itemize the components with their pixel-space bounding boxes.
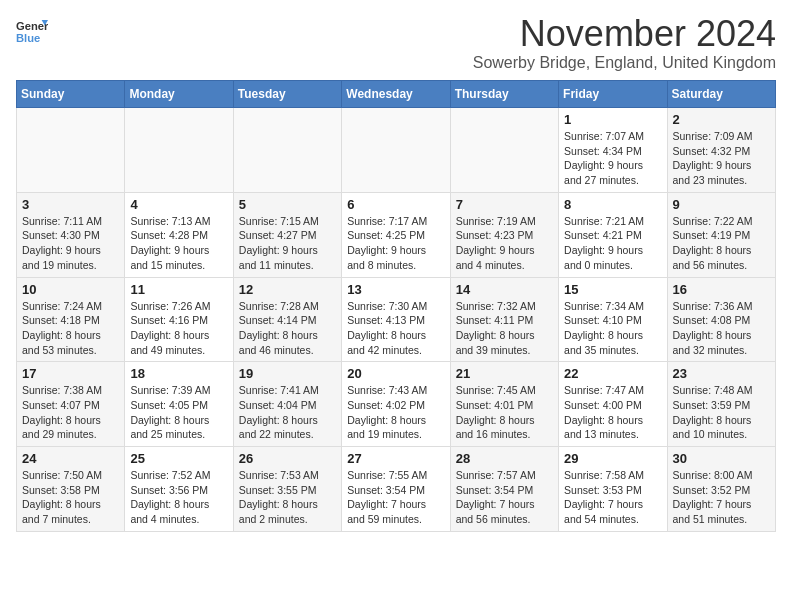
day-info: Sunrise: 7:58 AM Sunset: 3:53 PM Dayligh… bbox=[564, 468, 661, 527]
day-number: 15 bbox=[564, 282, 661, 297]
day-number: 20 bbox=[347, 366, 444, 381]
day-number: 6 bbox=[347, 197, 444, 212]
calendar-week-1: 1Sunrise: 7:07 AM Sunset: 4:34 PM Daylig… bbox=[17, 108, 776, 193]
day-number: 12 bbox=[239, 282, 336, 297]
calendar-cell: 24Sunrise: 7:50 AM Sunset: 3:58 PM Dayli… bbox=[17, 447, 125, 532]
day-info: Sunrise: 7:09 AM Sunset: 4:32 PM Dayligh… bbox=[673, 129, 770, 188]
day-number: 28 bbox=[456, 451, 553, 466]
calendar-cell: 4Sunrise: 7:13 AM Sunset: 4:28 PM Daylig… bbox=[125, 192, 233, 277]
day-info: Sunrise: 7:41 AM Sunset: 4:04 PM Dayligh… bbox=[239, 383, 336, 442]
calendar-cell bbox=[233, 108, 341, 193]
day-info: Sunrise: 7:30 AM Sunset: 4:13 PM Dayligh… bbox=[347, 299, 444, 358]
day-number: 4 bbox=[130, 197, 227, 212]
day-info: Sunrise: 7:21 AM Sunset: 4:21 PM Dayligh… bbox=[564, 214, 661, 273]
day-number: 16 bbox=[673, 282, 770, 297]
day-number: 2 bbox=[673, 112, 770, 127]
svg-text:Blue: Blue bbox=[16, 32, 40, 44]
day-info: Sunrise: 8:00 AM Sunset: 3:52 PM Dayligh… bbox=[673, 468, 770, 527]
calendar-cell: 25Sunrise: 7:52 AM Sunset: 3:56 PM Dayli… bbox=[125, 447, 233, 532]
calendar-table: Sunday Monday Tuesday Wednesday Thursday… bbox=[16, 80, 776, 532]
day-number: 9 bbox=[673, 197, 770, 212]
day-number: 8 bbox=[564, 197, 661, 212]
day-number: 3 bbox=[22, 197, 119, 212]
day-info: Sunrise: 7:38 AM Sunset: 4:07 PM Dayligh… bbox=[22, 383, 119, 442]
calendar-header: Sunday Monday Tuesday Wednesday Thursday… bbox=[17, 81, 776, 108]
day-info: Sunrise: 7:28 AM Sunset: 4:14 PM Dayligh… bbox=[239, 299, 336, 358]
calendar-cell: 14Sunrise: 7:32 AM Sunset: 4:11 PM Dayli… bbox=[450, 277, 558, 362]
col-friday: Friday bbox=[559, 81, 667, 108]
page-header: General Blue November 2024 Sowerby Bridg… bbox=[16, 16, 776, 72]
day-info: Sunrise: 7:22 AM Sunset: 4:19 PM Dayligh… bbox=[673, 214, 770, 273]
calendar-cell: 15Sunrise: 7:34 AM Sunset: 4:10 PM Dayli… bbox=[559, 277, 667, 362]
day-info: Sunrise: 7:17 AM Sunset: 4:25 PM Dayligh… bbox=[347, 214, 444, 273]
calendar-cell: 12Sunrise: 7:28 AM Sunset: 4:14 PM Dayli… bbox=[233, 277, 341, 362]
calendar-cell: 19Sunrise: 7:41 AM Sunset: 4:04 PM Dayli… bbox=[233, 362, 341, 447]
day-number: 10 bbox=[22, 282, 119, 297]
title-block: November 2024 Sowerby Bridge, England, U… bbox=[473, 16, 776, 72]
month-title: November 2024 bbox=[473, 16, 776, 52]
day-info: Sunrise: 7:55 AM Sunset: 3:54 PM Dayligh… bbox=[347, 468, 444, 527]
day-info: Sunrise: 7:57 AM Sunset: 3:54 PM Dayligh… bbox=[456, 468, 553, 527]
calendar-cell: 11Sunrise: 7:26 AM Sunset: 4:16 PM Dayli… bbox=[125, 277, 233, 362]
calendar-cell: 30Sunrise: 8:00 AM Sunset: 3:52 PM Dayli… bbox=[667, 447, 775, 532]
calendar-cell: 23Sunrise: 7:48 AM Sunset: 3:59 PM Dayli… bbox=[667, 362, 775, 447]
day-number: 18 bbox=[130, 366, 227, 381]
logo-icon: General Blue bbox=[16, 16, 48, 48]
day-number: 19 bbox=[239, 366, 336, 381]
calendar-cell: 6Sunrise: 7:17 AM Sunset: 4:25 PM Daylig… bbox=[342, 192, 450, 277]
day-info: Sunrise: 7:36 AM Sunset: 4:08 PM Dayligh… bbox=[673, 299, 770, 358]
calendar-cell: 27Sunrise: 7:55 AM Sunset: 3:54 PM Dayli… bbox=[342, 447, 450, 532]
day-info: Sunrise: 7:34 AM Sunset: 4:10 PM Dayligh… bbox=[564, 299, 661, 358]
day-info: Sunrise: 7:39 AM Sunset: 4:05 PM Dayligh… bbox=[130, 383, 227, 442]
calendar-cell: 21Sunrise: 7:45 AM Sunset: 4:01 PM Dayli… bbox=[450, 362, 558, 447]
calendar-week-3: 10Sunrise: 7:24 AM Sunset: 4:18 PM Dayli… bbox=[17, 277, 776, 362]
logo: General Blue bbox=[16, 16, 48, 48]
calendar-cell: 8Sunrise: 7:21 AM Sunset: 4:21 PM Daylig… bbox=[559, 192, 667, 277]
calendar-cell: 2Sunrise: 7:09 AM Sunset: 4:32 PM Daylig… bbox=[667, 108, 775, 193]
day-number: 17 bbox=[22, 366, 119, 381]
col-thursday: Thursday bbox=[450, 81, 558, 108]
calendar-cell: 18Sunrise: 7:39 AM Sunset: 4:05 PM Dayli… bbox=[125, 362, 233, 447]
col-monday: Monday bbox=[125, 81, 233, 108]
day-number: 21 bbox=[456, 366, 553, 381]
day-info: Sunrise: 7:07 AM Sunset: 4:34 PM Dayligh… bbox=[564, 129, 661, 188]
col-saturday: Saturday bbox=[667, 81, 775, 108]
day-info: Sunrise: 7:48 AM Sunset: 3:59 PM Dayligh… bbox=[673, 383, 770, 442]
calendar-cell: 16Sunrise: 7:36 AM Sunset: 4:08 PM Dayli… bbox=[667, 277, 775, 362]
calendar-cell: 13Sunrise: 7:30 AM Sunset: 4:13 PM Dayli… bbox=[342, 277, 450, 362]
location-subtitle: Sowerby Bridge, England, United Kingdom bbox=[473, 54, 776, 72]
col-sunday: Sunday bbox=[17, 81, 125, 108]
calendar-cell: 28Sunrise: 7:57 AM Sunset: 3:54 PM Dayli… bbox=[450, 447, 558, 532]
calendar-cell bbox=[342, 108, 450, 193]
day-info: Sunrise: 7:13 AM Sunset: 4:28 PM Dayligh… bbox=[130, 214, 227, 273]
calendar-week-5: 24Sunrise: 7:50 AM Sunset: 3:58 PM Dayli… bbox=[17, 447, 776, 532]
day-info: Sunrise: 7:53 AM Sunset: 3:55 PM Dayligh… bbox=[239, 468, 336, 527]
day-info: Sunrise: 7:45 AM Sunset: 4:01 PM Dayligh… bbox=[456, 383, 553, 442]
calendar-cell: 5Sunrise: 7:15 AM Sunset: 4:27 PM Daylig… bbox=[233, 192, 341, 277]
calendar-cell: 29Sunrise: 7:58 AM Sunset: 3:53 PM Dayli… bbox=[559, 447, 667, 532]
day-number: 23 bbox=[673, 366, 770, 381]
calendar-cell: 10Sunrise: 7:24 AM Sunset: 4:18 PM Dayli… bbox=[17, 277, 125, 362]
calendar-week-4: 17Sunrise: 7:38 AM Sunset: 4:07 PM Dayli… bbox=[17, 362, 776, 447]
calendar-cell: 1Sunrise: 7:07 AM Sunset: 4:34 PM Daylig… bbox=[559, 108, 667, 193]
day-info: Sunrise: 7:19 AM Sunset: 4:23 PM Dayligh… bbox=[456, 214, 553, 273]
day-info: Sunrise: 7:43 AM Sunset: 4:02 PM Dayligh… bbox=[347, 383, 444, 442]
day-number: 26 bbox=[239, 451, 336, 466]
day-info: Sunrise: 7:15 AM Sunset: 4:27 PM Dayligh… bbox=[239, 214, 336, 273]
calendar-cell: 26Sunrise: 7:53 AM Sunset: 3:55 PM Dayli… bbox=[233, 447, 341, 532]
day-info: Sunrise: 7:47 AM Sunset: 4:00 PM Dayligh… bbox=[564, 383, 661, 442]
calendar-body: 1Sunrise: 7:07 AM Sunset: 4:34 PM Daylig… bbox=[17, 108, 776, 532]
day-info: Sunrise: 7:32 AM Sunset: 4:11 PM Dayligh… bbox=[456, 299, 553, 358]
calendar-week-2: 3Sunrise: 7:11 AM Sunset: 4:30 PM Daylig… bbox=[17, 192, 776, 277]
day-number: 22 bbox=[564, 366, 661, 381]
day-number: 7 bbox=[456, 197, 553, 212]
calendar-cell: 20Sunrise: 7:43 AM Sunset: 4:02 PM Dayli… bbox=[342, 362, 450, 447]
calendar-cell: 7Sunrise: 7:19 AM Sunset: 4:23 PM Daylig… bbox=[450, 192, 558, 277]
day-number: 25 bbox=[130, 451, 227, 466]
calendar-cell bbox=[125, 108, 233, 193]
calendar-cell bbox=[17, 108, 125, 193]
day-number: 27 bbox=[347, 451, 444, 466]
day-number: 30 bbox=[673, 451, 770, 466]
day-number: 5 bbox=[239, 197, 336, 212]
calendar-cell: 3Sunrise: 7:11 AM Sunset: 4:30 PM Daylig… bbox=[17, 192, 125, 277]
